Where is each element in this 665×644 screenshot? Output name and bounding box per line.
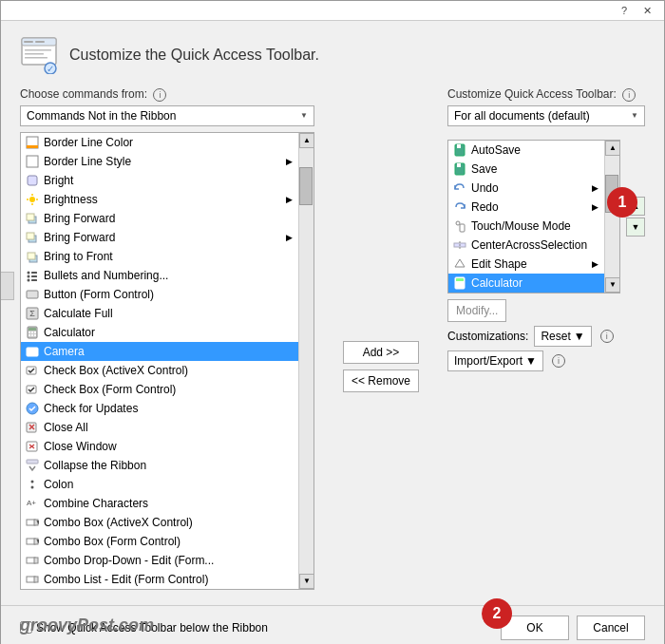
list-item[interactable]: Close All bbox=[21, 418, 298, 437]
colon-icon bbox=[25, 477, 40, 492]
import-export-row: Import/Export ▼ i bbox=[447, 350, 645, 371]
list-item[interactable]: Collapse the Ribbon bbox=[21, 456, 298, 475]
svg-rect-2 bbox=[24, 41, 33, 43]
help-button[interactable]: ? bbox=[615, 1, 634, 20]
watermark: groovyPost.com bbox=[20, 616, 154, 635]
bright-icon bbox=[25, 173, 40, 188]
list-item[interactable]: ▼ Combo Box (ActiveX Control) bbox=[21, 513, 298, 532]
list-item[interactable]: ▼ Combo Box (Form Control) bbox=[21, 532, 298, 551]
right-list-item[interactable]: Redo ▶ bbox=[448, 198, 604, 217]
import-export-info-icon[interactable]: i bbox=[552, 354, 565, 368]
footer-right: 2 OK Cancel bbox=[501, 616, 645, 640]
right-list-item[interactable]: Save bbox=[448, 160, 604, 179]
right-list-item[interactable]: Edit Shape ▶ bbox=[448, 255, 604, 274]
list-item[interactable]: Close Window bbox=[21, 437, 298, 456]
svg-rect-35 bbox=[28, 331, 30, 333]
customizations-info-icon[interactable]: i bbox=[600, 330, 614, 343]
right-list-item[interactable]: AutoSave bbox=[448, 141, 604, 160]
combo-list-icon bbox=[25, 572, 40, 587]
list-item[interactable]: Button (Form Control) bbox=[21, 285, 298, 304]
commands-dropdown[interactable]: Commands Not in the Ribbon ▼ bbox=[20, 105, 314, 126]
list-item[interactable]: Check for Updates bbox=[21, 399, 298, 418]
list-item[interactable]: Combo Drop-Down - Edit (Form... bbox=[21, 551, 298, 570]
combo-form-icon: ▼ bbox=[25, 534, 40, 549]
svg-rect-19 bbox=[27, 214, 34, 220]
close-button[interactable]: ✕ bbox=[637, 1, 656, 20]
list-item[interactable]: Σ Calculate Full bbox=[21, 304, 298, 323]
right-list-item[interactable]: Touch/Mouse Mode bbox=[448, 217, 604, 236]
svg-point-71 bbox=[456, 221, 460, 225]
svg-point-55 bbox=[31, 485, 34, 488]
scroll-up-btn[interactable]: ▲ bbox=[299, 133, 314, 148]
svg-rect-3 bbox=[35, 41, 45, 43]
brightness-icon bbox=[25, 192, 40, 207]
svg-rect-23 bbox=[28, 253, 35, 259]
scroll-down-btn[interactable]: ▼ bbox=[299, 574, 314, 589]
center-across-icon bbox=[452, 237, 467, 253]
right-scroll-up[interactable]: ▲ bbox=[605, 141, 620, 156]
svg-rect-6 bbox=[25, 57, 48, 59]
list-item[interactable]: Border Line Style ▶ bbox=[21, 152, 298, 171]
right-list-items[interactable]: AutoSave Save Undo ▶ bbox=[448, 141, 604, 293]
touch-mouse-icon bbox=[452, 218, 467, 234]
svg-rect-5 bbox=[25, 53, 44, 55]
move-down-button[interactable]: ▼ bbox=[626, 218, 645, 237]
right-list-item[interactable]: CenterAcrossSelection bbox=[448, 236, 604, 255]
list-item[interactable]: Bring Forward ▶ bbox=[21, 228, 298, 247]
svg-rect-72 bbox=[460, 224, 465, 232]
list-item[interactable]: Check Box (Form Control) bbox=[21, 380, 298, 399]
border-color-icon bbox=[25, 135, 40, 150]
list-item[interactable]: Brightness ▶ bbox=[21, 190, 298, 209]
border-style-icon bbox=[25, 154, 40, 169]
modify-button[interactable]: Modify... bbox=[447, 299, 506, 322]
svg-rect-21 bbox=[27, 233, 34, 239]
list-item[interactable]: Bring Forward bbox=[21, 209, 298, 228]
combo-drop-icon bbox=[25, 553, 40, 568]
left-list-scrollbar[interactable]: ▲ ▼ bbox=[298, 133, 314, 589]
list-item[interactable]: Border Line Color bbox=[21, 133, 298, 152]
close-all-icon bbox=[25, 420, 40, 435]
bullets-icon bbox=[25, 268, 40, 283]
right-list-item[interactable]: Undo ▶ bbox=[448, 179, 604, 198]
cancel-button[interactable]: Cancel bbox=[577, 616, 645, 640]
remove-button[interactable]: << Remove bbox=[343, 369, 419, 392]
right-scroll-down[interactable]: ▼ bbox=[605, 277, 620, 293]
reset-button[interactable]: Reset ▼ bbox=[534, 326, 591, 347]
list-item[interactable]: Bullets and Numbering... bbox=[21, 266, 298, 285]
svg-rect-38 bbox=[28, 334, 30, 336]
right-info-icon[interactable]: i bbox=[622, 88, 636, 102]
scroll-thumb[interactable] bbox=[299, 167, 313, 205]
combine-chars-icon: A+ bbox=[25, 496, 40, 511]
add-button[interactable]: Add >> bbox=[343, 341, 419, 364]
redo-icon bbox=[452, 199, 467, 215]
list-item[interactable]: A+ Combine Characters bbox=[21, 494, 298, 513]
svg-rect-68 bbox=[457, 144, 461, 148]
svg-point-26 bbox=[28, 275, 30, 277]
list-item[interactable]: Combo List - Edit (Form Control) bbox=[21, 570, 298, 589]
svg-text:A+: A+ bbox=[27, 499, 36, 507]
list-item[interactable]: Colon bbox=[21, 475, 298, 494]
toolbar-items-list[interactable]: AutoSave Save Undo ▶ bbox=[447, 140, 620, 294]
list-item[interactable]: Check Box (ActiveX Control) bbox=[21, 361, 298, 380]
svg-point-24 bbox=[28, 271, 30, 274]
toolbar-target-dropdown[interactable]: For all documents (default) ▼ bbox=[447, 105, 645, 126]
commands-list[interactable]: Border Line Color Border Line Style ▶ Br… bbox=[21, 133, 298, 589]
list-item[interactable]: Bright bbox=[21, 171, 298, 190]
svg-rect-11 bbox=[27, 156, 38, 167]
import-export-button[interactable]: Import/Export ▼ bbox=[447, 350, 543, 371]
right-col-label: Customize Quick Access Toolbar: i bbox=[447, 87, 645, 102]
autosave-icon bbox=[452, 142, 467, 158]
right-list-item-calculator[interactable]: Calculator bbox=[448, 274, 604, 293]
svg-rect-53 bbox=[27, 460, 38, 464]
svg-rect-10 bbox=[27, 145, 38, 148]
list-item[interactable]: Calculator bbox=[21, 323, 298, 342]
checkbox-form-icon bbox=[25, 382, 40, 397]
list-item[interactable]: Bring to Front bbox=[21, 247, 298, 266]
left-info-icon[interactable]: i bbox=[153, 88, 166, 102]
svg-rect-64 bbox=[34, 558, 38, 563]
list-item-camera[interactable]: Camera bbox=[21, 342, 298, 361]
right-list-row: AutoSave Save Undo ▶ bbox=[447, 140, 645, 294]
left-col-label: Choose commands from: i bbox=[20, 87, 314, 102]
svg-rect-30 bbox=[27, 291, 38, 298]
svg-rect-29 bbox=[31, 279, 37, 281]
